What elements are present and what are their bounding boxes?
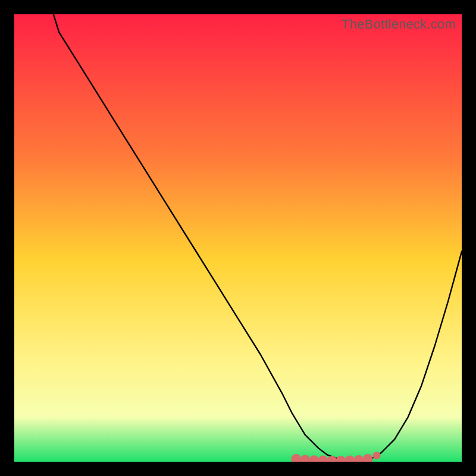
plot-svg (14, 14, 462, 462)
watermark-text: TheBottleneck.com (342, 17, 456, 32)
gradient-background (14, 14, 462, 462)
optimal-marker (373, 452, 381, 459)
chart-frame: TheBottleneck.com (14, 14, 462, 462)
